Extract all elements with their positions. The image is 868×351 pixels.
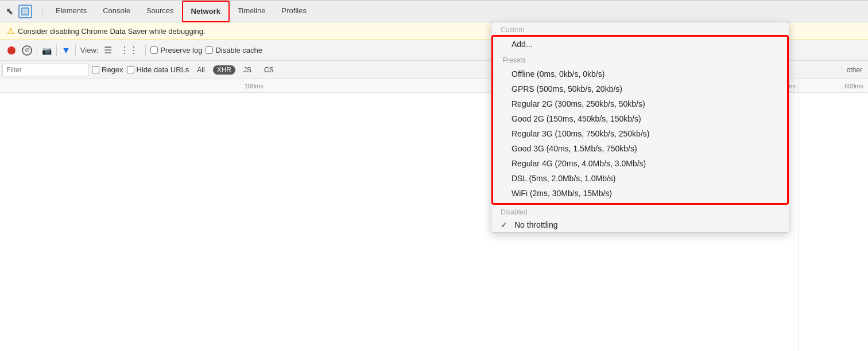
tab-sources[interactable]: Sources	[138, 1, 182, 22]
disable-cache-checkbox[interactable]	[206, 46, 213, 54]
warning-icon: ⚠	[7, 26, 14, 36]
no-throttling-label: No throttling	[514, 220, 557, 229]
dropdown-preset-1[interactable]: GPRS (500ms, 50kb/s, 20kb/s)	[493, 81, 787, 96]
dropdown-add-item[interactable]: Add...	[493, 37, 787, 52]
custom-section-label: Custom	[491, 22, 789, 35]
cursor-icon[interactable]: ⬉	[3, 6, 15, 17]
view-tree-icon[interactable]: ⋮⋮	[118, 44, 141, 57]
filter-xhr-button[interactable]: XHR	[213, 65, 235, 75]
filter-icon[interactable]: ▼	[61, 45, 71, 56]
tab-elements-label: Elements	[56, 6, 87, 15]
tab-console-label: Console	[103, 6, 130, 15]
ruler-mark-100: 100ms	[0, 83, 266, 89]
disable-cache-text: Disable cache	[215, 46, 262, 54]
tab-network[interactable]: Network	[182, 1, 230, 22]
preset-regular-3g: Regular 3G (100ms, 750kb/s, 250kb/s)	[512, 129, 649, 138]
stop-button[interactable]: ⊘	[22, 45, 32, 56]
toolbar-divider-1	[37, 45, 37, 56]
checkmark-icon: ✓	[501, 220, 510, 229]
tab-elements[interactable]: Elements	[48, 1, 95, 22]
preserve-log-checkbox[interactable]	[150, 46, 158, 54]
disable-cache-label[interactable]: Disable cache	[206, 46, 262, 54]
tab-profiles-label: Profiles	[282, 6, 307, 15]
dropdown-preset-2[interactable]: Regular 2G (300ms, 250kb/s, 50kb/s)	[493, 96, 787, 111]
hide-data-urls-label[interactable]: Hide data URLs	[127, 65, 189, 74]
svg-rect-1	[23, 9, 28, 14]
toolbar-divider-2	[56, 45, 57, 56]
view-list-icon[interactable]: ☰	[102, 44, 114, 57]
dropdown-preset-5[interactable]: Good 3G (40ms, 1.5Mb/s, 750kb/s)	[493, 141, 787, 156]
regex-text: Regex	[102, 65, 123, 74]
record-button[interactable]	[5, 44, 18, 57]
tab-icons: ⬉	[3, 5, 32, 18]
preserve-log-label[interactable]: Preserve log	[150, 46, 202, 54]
tab-timeline-label: Timeline	[238, 6, 266, 15]
hide-data-urls-text: Hide data URLs	[137, 65, 189, 74]
preset-gprs: GPRS (500ms, 50kb/s, 20kb/s)	[512, 84, 622, 93]
dropdown-preset-7[interactable]: DSL (5ms, 2.0Mb/s, 1.0Mb/s)	[493, 171, 787, 186]
camera-icon[interactable]: 📷	[42, 46, 52, 55]
dropdown-no-throttling[interactable]: ✓ No throttling	[491, 217, 789, 232]
filter-all-button[interactable]: All	[192, 65, 209, 75]
tab-timeline[interactable]: Timeline	[230, 1, 274, 22]
dropdown-preset-3[interactable]: Good 2G (150ms, 450kb/s, 150kb/s)	[493, 111, 787, 126]
tab-network-label: Network	[191, 7, 220, 15]
tab-console[interactable]: Console	[95, 1, 138, 22]
timeline-right: 600ms	[799, 79, 868, 351]
view-label: View:	[80, 46, 99, 54]
hide-data-urls-checkbox[interactable]	[127, 66, 134, 73]
tab-bar: ⬉ Elements Console Sources Network Timel…	[0, 1, 868, 22]
dropdown-preset-4[interactable]: Regular 3G (100ms, 750kb/s, 250kb/s)	[493, 126, 787, 141]
preserve-log-text: Preserve log	[160, 46, 202, 54]
preset-wifi: WiFi (2ms, 30Mb/s, 15Mb/s)	[512, 189, 612, 198]
preset-regular-2g: Regular 2G (300ms, 250kb/s, 50kb/s)	[512, 99, 645, 108]
toolbar-divider-3	[75, 45, 76, 56]
warning-message: Consider disabling Chrome Data Saver whi…	[18, 27, 206, 36]
toolbar-divider-4	[145, 45, 146, 56]
dropdown-preset-8[interactable]: WiFi (2ms, 30Mb/s, 15Mb/s)	[493, 186, 787, 201]
dropdown-add-label: Add...	[512, 40, 533, 49]
preset-good-2g: Good 2G (150ms, 450kb/s, 150kb/s)	[512, 114, 641, 123]
ruler-mark-600: 600ms	[799, 79, 868, 93]
regex-label[interactable]: Regex	[92, 65, 123, 74]
record-dot	[7, 46, 16, 54]
inspect-icon[interactable]	[18, 5, 32, 18]
regex-checkbox[interactable]	[92, 66, 99, 73]
tab-sources-label: Sources	[146, 6, 174, 15]
stop-icon: ⊘	[25, 46, 30, 54]
dropdown-preset-0[interactable]: Offline (0ms, 0kb/s, 0kb/s)	[493, 67, 787, 81]
other-label: other	[847, 66, 868, 74]
dropdown-outline: Add... Presets Offline (0ms, 0kb/s, 0kb/…	[491, 35, 789, 205]
dropdown-preset-6[interactable]: Regular 4G (20ms, 4.0Mb/s, 3.0Mb/s)	[493, 156, 787, 171]
tab-divider	[42, 5, 43, 18]
preset-dsl: DSL (5ms, 2.0Mb/s, 1.0Mb/s)	[512, 174, 616, 183]
tab-profiles[interactable]: Profiles	[274, 1, 315, 22]
throttling-dropdown: Custom Add... Presets Offline (0ms, 0kb/…	[491, 22, 789, 233]
preset-good-3g: Good 3G (40ms, 1.5Mb/s, 750kb/s)	[512, 144, 637, 153]
disabled-section-label: Disabled	[491, 205, 789, 217]
filter-cs-button[interactable]: CS	[259, 65, 278, 75]
filter-js-button[interactable]: JS	[239, 65, 256, 75]
presets-section-label: Presets	[493, 52, 787, 67]
preset-offline: Offline (0ms, 0kb/s, 0kb/s)	[512, 69, 604, 79]
preset-regular-4g: Regular 4G (20ms, 4.0Mb/s, 3.0Mb/s)	[512, 159, 646, 168]
filter-input[interactable]	[2, 64, 88, 76]
